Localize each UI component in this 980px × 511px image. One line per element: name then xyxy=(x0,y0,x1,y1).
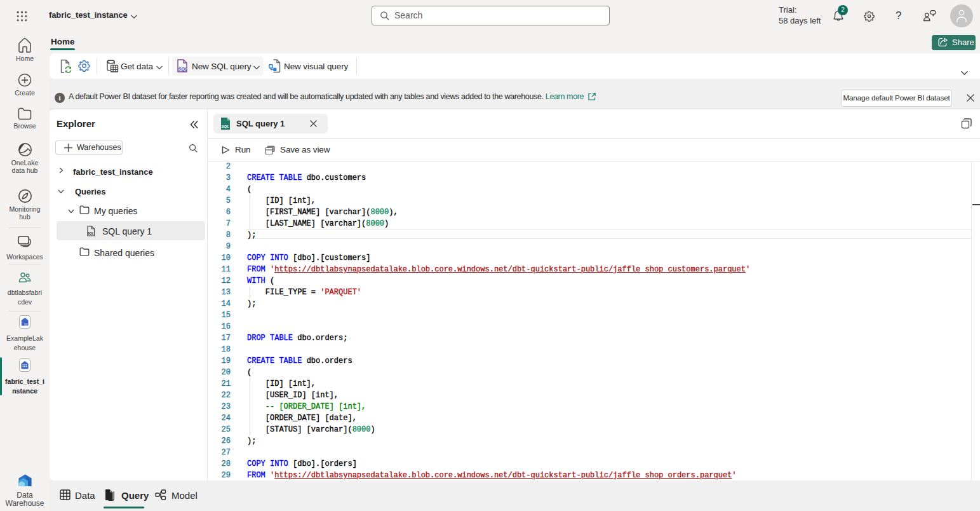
svg-text:SQL: SQL xyxy=(88,231,94,235)
svg-text:SQL: SQL xyxy=(222,125,230,128)
svg-text:SQL: SQL xyxy=(178,67,187,72)
